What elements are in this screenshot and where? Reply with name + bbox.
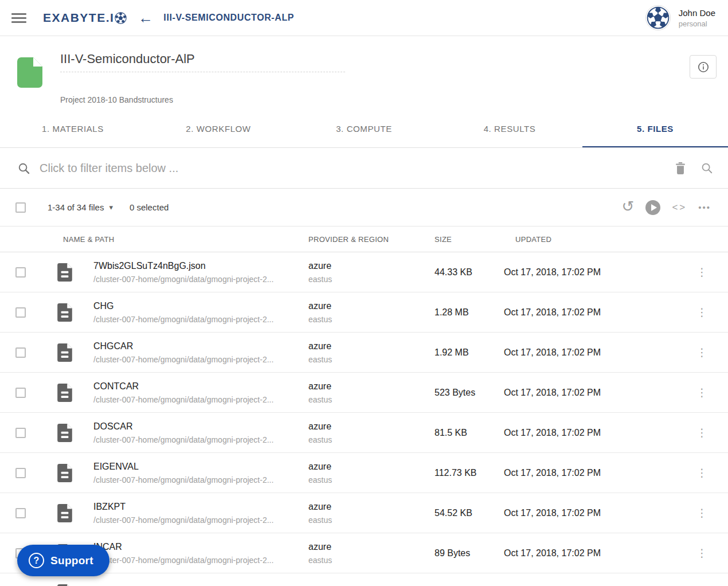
- file-region: eastus: [308, 275, 423, 284]
- row-menu-icon[interactable]: ⋮: [696, 387, 707, 398]
- file-icon: [57, 584, 72, 586]
- file-updated: Oct 17, 2018, 17:02 PM: [504, 548, 653, 558]
- file-name[interactable]: INCAR: [93, 542, 297, 552]
- project-header: III-V-Semiconductor-AlP Project 2018-10 …: [0, 36, 728, 111]
- list-toolbar: 1-34 of 34 files ▾ 0 selected ↺ <> •••: [0, 189, 728, 226]
- file-path: /cluster-007-home/gmogni/data/gmogni-pro…: [93, 556, 297, 565]
- table-row[interactable]: DOSCAR /cluster-007-home/gmogni/data/gmo…: [0, 413, 728, 453]
- tab-4-results[interactable]: 4. RESULTS: [437, 111, 582, 147]
- trash-icon[interactable]: [674, 161, 687, 175]
- support-button[interactable]: ? Support: [17, 545, 109, 576]
- logo[interactable]: EXABYTE.I: [43, 11, 127, 25]
- row-menu-icon[interactable]: ⋮: [696, 467, 707, 478]
- file-name[interactable]: EIGENVAL: [93, 462, 297, 472]
- file-path: /cluster-007-home/gmogni/data/gmogni-pro…: [93, 315, 297, 324]
- row-menu-icon[interactable]: ⋮: [696, 307, 707, 318]
- row-menu-icon[interactable]: ⋮: [696, 267, 707, 278]
- back-arrow-icon[interactable]: ←: [138, 10, 153, 25]
- app-bar: EXABYTE.I ← III-V-SEMICONDUCTOR-ALP: [0, 0, 728, 36]
- file-size: 1.92 MB: [435, 347, 504, 358]
- search-secondary-icon[interactable]: [700, 162, 713, 174]
- menu-icon[interactable]: [11, 11, 26, 25]
- file-icon: [57, 263, 72, 282]
- table-row[interactable]: IBZKPT /cluster-007-home/gmogni/data/gmo…: [0, 493, 728, 533]
- table-header: NAME & PATH PROVIDER & REGION SIZE UPDAT…: [0, 226, 728, 252]
- filter-bar: [0, 148, 728, 189]
- file-name[interactable]: DOSCAR: [93, 421, 297, 432]
- user-name: John Doe: [679, 8, 715, 18]
- file-name[interactable]: IBZKPT: [93, 502, 297, 512]
- more-options-icon[interactable]: •••: [698, 202, 711, 212]
- row-menu-icon[interactable]: ⋮: [696, 548, 707, 558]
- project-title[interactable]: III-V-Semiconductor-AlP: [60, 52, 345, 67]
- row-checkbox[interactable]: [15, 468, 26, 478]
- file-provider: azure: [308, 462, 423, 472]
- file-size: 112.73 KB: [435, 468, 504, 478]
- table-row[interactable]: KPOINTS ⋮: [0, 573, 728, 586]
- table-row[interactable]: INCAR /cluster-007-home/gmogni/data/gmog…: [0, 533, 728, 573]
- user-account: personal: [679, 19, 715, 28]
- selected-count: 0 selected: [130, 202, 169, 212]
- table-row[interactable]: 7Wbis2GLSuTz4nBgG.json /cluster-007-home…: [0, 252, 728, 292]
- file-updated: Oct 17, 2018, 17:02 PM: [504, 508, 653, 518]
- file-region: eastus: [308, 395, 423, 404]
- file-provider: azure: [308, 341, 423, 351]
- tab-3-compute[interactable]: 3. COMPUTE: [291, 111, 437, 147]
- file-name[interactable]: CHGCAR: [93, 341, 297, 351]
- file-provider: azure: [308, 421, 423, 432]
- row-checkbox[interactable]: [15, 267, 26, 278]
- table-row[interactable]: CHGCAR /cluster-007-home/gmogni/data/gmo…: [0, 333, 728, 373]
- file-provider: azure: [308, 301, 423, 311]
- file-size: 89 Bytes: [435, 548, 504, 558]
- row-menu-icon[interactable]: ⋮: [696, 347, 707, 358]
- row-checkbox[interactable]: [15, 347, 26, 358]
- logo-text: EXABYTE.I: [43, 11, 114, 25]
- file-path: /cluster-007-home/gmogni/data/gmogni-pro…: [93, 475, 297, 485]
- column-size[interactable]: SIZE: [435, 235, 515, 244]
- project-info-button[interactable]: [690, 55, 717, 79]
- file-provider: azure: [308, 381, 423, 392]
- file-size: 523 Bytes: [435, 388, 504, 398]
- user-menu[interactable]: John Doe personal: [645, 5, 715, 30]
- row-checkbox[interactable]: [15, 508, 26, 518]
- refresh-icon[interactable]: ↺: [622, 199, 635, 214]
- file-name[interactable]: CHG: [93, 301, 297, 311]
- table-row[interactable]: CHG /cluster-007-home/gmogni/data/gmogni…: [0, 292, 728, 333]
- row-checkbox[interactable]: [15, 307, 26, 318]
- file-updated: Oct 17, 2018, 17:02 PM: [504, 307, 653, 318]
- search-icon: [17, 162, 30, 175]
- file-region: eastus: [308, 556, 423, 565]
- column-provider-region[interactable]: PROVIDER & REGION: [308, 235, 435, 244]
- select-all-checkbox[interactable]: [15, 202, 26, 213]
- file-path: /cluster-007-home/gmogni/data/gmogni-pro…: [93, 515, 297, 525]
- tab-1-materials[interactable]: 1. MATERIALS: [0, 111, 146, 147]
- filter-input[interactable]: [40, 162, 674, 175]
- column-updated[interactable]: UPDATED: [515, 235, 728, 244]
- table-row[interactable]: EIGENVAL /cluster-007-home/gmogni/data/g…: [0, 453, 728, 493]
- play-icon[interactable]: [645, 200, 660, 215]
- pagination-range[interactable]: 1-34 of 34 files: [48, 202, 104, 212]
- row-menu-icon[interactable]: ⋮: [696, 427, 707, 438]
- tab-2-workflow[interactable]: 2. WORKFLOW: [146, 111, 291, 147]
- file-region: eastus: [308, 315, 423, 324]
- row-checkbox[interactable]: [15, 428, 26, 438]
- file-name[interactable]: CONTCAR: [93, 381, 297, 392]
- avatar[interactable]: [645, 5, 671, 30]
- code-icon[interactable]: <>: [672, 202, 687, 213]
- file-updated: Oct 17, 2018, 17:02 PM: [504, 428, 653, 438]
- help-icon: ?: [29, 553, 44, 568]
- file-path: /cluster-007-home/gmogni/data/gmogni-pro…: [93, 275, 297, 284]
- table-row[interactable]: CONTCAR /cluster-007-home/gmogni/data/gm…: [0, 373, 728, 413]
- file-updated: Oct 17, 2018, 17:02 PM: [504, 388, 653, 398]
- chevron-down-icon[interactable]: ▾: [109, 203, 113, 212]
- row-menu-icon[interactable]: ⋮: [696, 507, 707, 518]
- file-updated: Oct 17, 2018, 17:02 PM: [504, 468, 653, 478]
- file-region: eastus: [308, 435, 423, 444]
- file-icon: [57, 384, 72, 402]
- tab-5-files[interactable]: 5. FILES: [582, 111, 728, 147]
- file-name[interactable]: 7Wbis2GLSuTz4nBgG.json: [93, 261, 297, 271]
- file-icon: [57, 464, 72, 482]
- column-name-path[interactable]: NAME & PATH: [63, 235, 308, 244]
- table-body: 7Wbis2GLSuTz4nBgG.json /cluster-007-home…: [0, 252, 728, 586]
- row-checkbox[interactable]: [15, 388, 26, 398]
